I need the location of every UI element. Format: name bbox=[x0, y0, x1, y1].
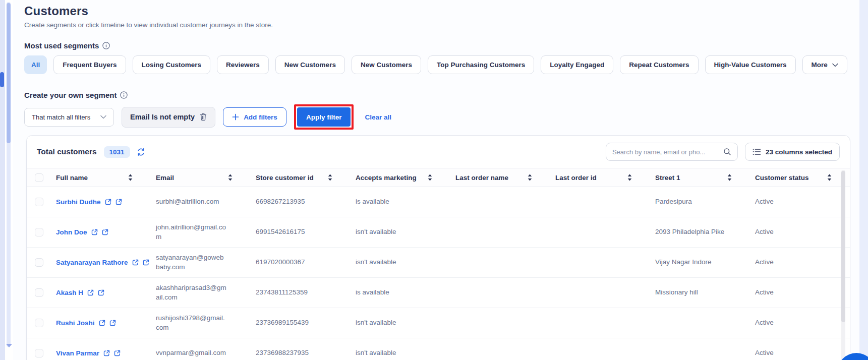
external-link-icon[interactable] bbox=[109, 320, 116, 326]
customer-name: John Doe bbox=[56, 228, 87, 236]
store-customer-id: 6991542616175 bbox=[250, 223, 350, 241]
search-icon[interactable] bbox=[723, 148, 731, 156]
table-scrollbar-thumb[interactable] bbox=[841, 171, 845, 322]
table-vertical-scrollbar[interactable] bbox=[841, 170, 845, 360]
customer-status: Active bbox=[749, 193, 849, 210]
column-header-full-name: Full name bbox=[50, 174, 150, 182]
segment-chip-new-customers[interactable]: New Customers bbox=[352, 55, 421, 74]
external-link-icon[interactable] bbox=[87, 289, 94, 296]
external-link-icon[interactable] bbox=[143, 259, 149, 266]
table-header-row: Full name Email Store customer id Accept… bbox=[27, 168, 850, 187]
customer-name-link[interactable]: Surbhi Dudhe bbox=[50, 198, 150, 206]
accepts-marketing: isn't available bbox=[350, 223, 449, 241]
accepts-marketing: is available bbox=[350, 284, 449, 301]
last-order-name bbox=[449, 198, 549, 206]
segment-chip-all[interactable]: All bbox=[24, 55, 47, 74]
customer-name-link[interactable]: Satyanarayan Rathore bbox=[50, 259, 150, 266]
external-link-icon[interactable] bbox=[98, 289, 104, 296]
row-checkbox-cell bbox=[27, 258, 50, 267]
external-link-icon[interactable] bbox=[102, 229, 108, 235]
info-icon[interactable] bbox=[120, 91, 128, 99]
column-header-label: Last order name bbox=[455, 174, 508, 182]
external-link-icon[interactable] bbox=[91, 229, 98, 235]
accepts-marketing: isn't available bbox=[350, 254, 449, 271]
street-1: Missionary hill bbox=[649, 284, 749, 301]
match-filters-dropdown[interactable]: That match all filters bbox=[24, 108, 114, 127]
segment-chip-loyalty-engaged[interactable]: Loyalty Engaged bbox=[541, 55, 613, 74]
customer-search-box[interactable] bbox=[606, 143, 738, 161]
customer-status: Active bbox=[749, 344, 849, 360]
table-row: Satyanarayan Rathore satyanarayan@gowebb… bbox=[27, 248, 850, 278]
segment-chip-label: Losing Customers bbox=[142, 61, 202, 69]
external-link-icon[interactable] bbox=[114, 350, 121, 356]
column-header-street-1: Street 1 bbox=[649, 174, 749, 182]
chevron-down-icon bbox=[100, 115, 106, 119]
plus-icon bbox=[232, 113, 239, 121]
columns-selected-label: 23 columns selected bbox=[766, 148, 832, 156]
customer-email: satyanarayan@gowebbaby.com bbox=[150, 249, 240, 275]
customer-search-input[interactable] bbox=[612, 148, 723, 156]
create-segment-heading: Create your own segment bbox=[24, 91, 128, 99]
column-header-label: Store customer id bbox=[256, 174, 314, 182]
segment-chip-repeat-customers[interactable]: Repeat Customers bbox=[620, 55, 698, 74]
segment-chip-top-purchasing-customers[interactable]: Top Purchasing Customers bbox=[428, 55, 534, 74]
external-link-icon[interactable] bbox=[105, 199, 111, 205]
segment-chip-label: Frequent Buyers bbox=[63, 61, 117, 69]
customer-status: Active bbox=[749, 314, 849, 331]
info-icon[interactable] bbox=[102, 42, 110, 49]
external-link-icon[interactable] bbox=[132, 259, 139, 266]
columns-selector-button[interactable]: 23 columns selected bbox=[745, 143, 840, 161]
row-checkbox[interactable] bbox=[35, 228, 43, 236]
apply-filter-button[interactable]: Apply filter bbox=[297, 107, 351, 127]
store-customer-id: 23736988237935 bbox=[250, 344, 350, 360]
main-content: Customers Create segments or click timel… bbox=[13, 0, 860, 360]
customer-email: rushijoshi3798@gmail.com bbox=[150, 310, 240, 336]
external-link-icon[interactable] bbox=[103, 350, 110, 356]
sort-icon[interactable] bbox=[827, 174, 832, 181]
segment-chips: All Frequent Buyers Losing Customers Rev… bbox=[24, 55, 847, 74]
sidebar-active-indicator bbox=[0, 72, 4, 87]
sort-icon[interactable] bbox=[528, 174, 532, 181]
add-filters-button[interactable]: Add filters bbox=[223, 107, 286, 127]
external-link-icon[interactable] bbox=[99, 320, 105, 326]
customer-name-link[interactable]: Vivan Parmar bbox=[50, 349, 150, 357]
sort-icon[interactable] bbox=[328, 174, 332, 181]
row-checkbox[interactable] bbox=[35, 349, 43, 357]
clear-all-link[interactable]: Clear all bbox=[365, 113, 391, 121]
page-vertical-scrollbar[interactable] bbox=[6, 0, 11, 360]
sort-icon[interactable] bbox=[627, 174, 632, 181]
row-checkbox[interactable] bbox=[35, 258, 43, 267]
segment-chip-more[interactable]: More bbox=[802, 55, 847, 74]
last-order-name bbox=[449, 349, 549, 357]
select-all-checkbox[interactable] bbox=[35, 173, 43, 182]
refresh-button[interactable] bbox=[137, 148, 145, 156]
column-header-label: Customer status bbox=[755, 174, 809, 182]
segment-chip-label: Repeat Customers bbox=[629, 61, 689, 69]
row-checkbox[interactable] bbox=[35, 288, 43, 297]
segment-chip-frequent-buyers[interactable]: Frequent Buyers bbox=[53, 55, 126, 74]
segment-chip-label: All bbox=[31, 61, 40, 69]
table-row: John Doe john.aitrillion@gmail.com 69915… bbox=[27, 217, 850, 248]
row-checkbox[interactable] bbox=[35, 198, 43, 206]
sort-icon[interactable] bbox=[428, 174, 432, 181]
sort-icon[interactable] bbox=[228, 174, 233, 181]
segment-chip-label: Reviewers bbox=[226, 61, 260, 69]
segment-chip-high-value-customers[interactable]: High-Value Customers bbox=[705, 55, 796, 74]
right-edge-strip bbox=[859, 0, 868, 360]
sort-icon[interactable] bbox=[727, 174, 732, 181]
segment-chip-losing-customers[interactable]: Losing Customers bbox=[133, 55, 211, 74]
accepts-marketing: isn't available bbox=[350, 344, 449, 360]
row-checkbox[interactable] bbox=[35, 319, 43, 327]
total-customers-count-badge: 1031 bbox=[104, 146, 130, 158]
customer-name-link[interactable]: Akash H bbox=[50, 289, 150, 296]
sort-icon[interactable] bbox=[128, 174, 133, 181]
trash-icon[interactable] bbox=[200, 113, 207, 121]
customer-name-link[interactable]: Rushi Joshi bbox=[50, 319, 150, 327]
segment-chip-new-customers[interactable]: New Customers bbox=[275, 55, 345, 74]
scrollbar-down-arrow-icon[interactable] bbox=[6, 344, 12, 347]
segment-chip-reviewers[interactable]: Reviewers bbox=[217, 55, 269, 74]
external-link-icon[interactable] bbox=[115, 199, 122, 205]
column-header-customer-status: Customer status bbox=[749, 174, 849, 182]
scrollbar-thumb[interactable] bbox=[7, 3, 11, 143]
customer-name-link[interactable]: John Doe bbox=[50, 228, 150, 236]
